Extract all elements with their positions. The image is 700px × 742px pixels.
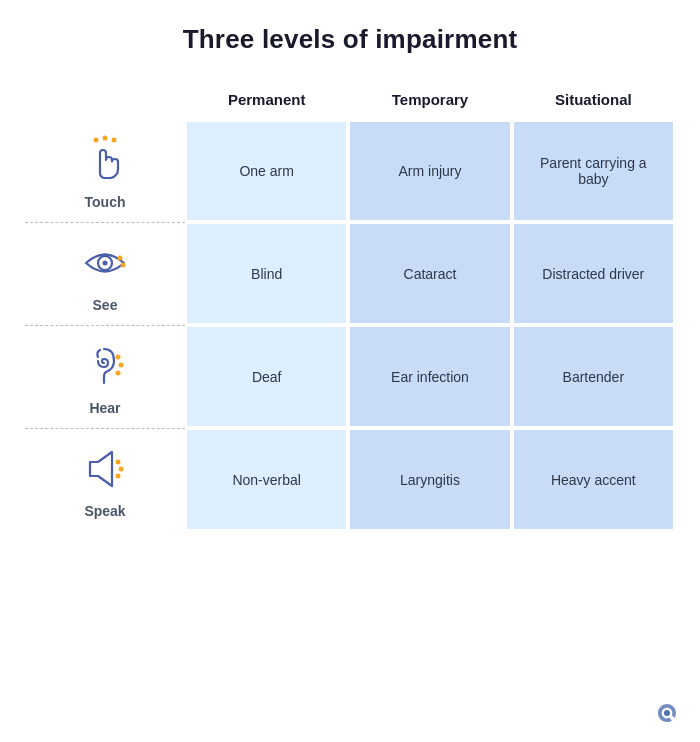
svg-point-11 — [119, 467, 124, 472]
see-label: See — [93, 297, 118, 313]
impairment-table: Permanent Temporary Situational Touch On… — [25, 83, 675, 531]
watermark — [656, 702, 678, 728]
row-label-see: See — [25, 222, 185, 325]
table-grid: Permanent Temporary Situational Touch On… — [25, 83, 675, 531]
header-label-col — [25, 83, 185, 120]
hear-permanent: Deaf — [185, 325, 348, 428]
row-label-speak: Speak — [25, 428, 185, 531]
see-permanent: Blind — [185, 222, 348, 325]
hear-label: Hear — [89, 400, 120, 416]
speak-situational: Heavy accent — [512, 428, 675, 531]
speak-label: Speak — [84, 503, 125, 519]
svg-point-1 — [103, 136, 108, 141]
hear-icon — [77, 338, 133, 394]
hear-situational: Bartender — [512, 325, 675, 428]
touch-temporary: Arm injury — [348, 120, 511, 222]
touch-label: Touch — [85, 194, 126, 210]
touch-permanent: One arm — [185, 120, 348, 222]
svg-point-12 — [116, 474, 121, 479]
speak-icon — [77, 441, 133, 497]
svg-point-7 — [116, 355, 121, 360]
see-temporary: Cataract — [348, 222, 511, 325]
svg-point-2 — [112, 138, 117, 143]
svg-point-5 — [118, 256, 123, 261]
header-situational: Situational — [512, 83, 675, 120]
see-situational: Distracted driver — [512, 222, 675, 325]
speak-permanent: Non-verbal — [185, 428, 348, 531]
svg-point-13 — [664, 710, 670, 716]
svg-point-6 — [121, 263, 126, 268]
speak-temporary: Laryngitis — [348, 428, 511, 531]
see-icon — [77, 235, 133, 291]
svg-point-0 — [94, 138, 99, 143]
row-label-touch: Touch — [25, 120, 185, 222]
svg-point-8 — [119, 363, 124, 368]
header-permanent: Permanent — [185, 83, 348, 120]
row-label-hear: Hear — [25, 325, 185, 428]
svg-point-10 — [116, 460, 121, 465]
hear-temporary: Ear infection — [348, 325, 511, 428]
touch-situational: Parent carrying a baby — [512, 120, 675, 222]
header-temporary: Temporary — [348, 83, 511, 120]
svg-point-4 — [103, 261, 108, 266]
svg-point-9 — [116, 371, 121, 376]
touch-icon — [77, 132, 133, 188]
page-title: Three levels of impairment — [183, 24, 518, 55]
